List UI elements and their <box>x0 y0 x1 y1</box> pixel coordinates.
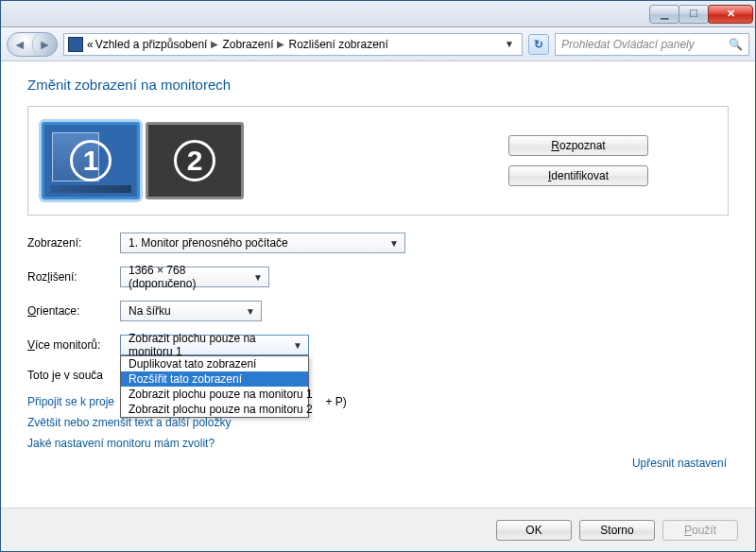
vice-monitoru-dropdown[interactable]: Duplikovat tato zobrazeníRozšířit tato z… <box>120 355 309 418</box>
info-line-prefix: Toto je v souča <box>27 369 103 382</box>
select-zobrazeni-value: 1. Monitor přenosného počítače <box>129 236 288 250</box>
monitor-2[interactable]: 2 <box>146 122 244 199</box>
label-orientace: Orientace: <box>27 304 120 318</box>
window-controls: ▁ ☐ ✕ <box>650 5 753 24</box>
label-rozliseni: Rozlišení: <box>27 270 120 284</box>
footer: OK Storno Použít <box>1 508 755 551</box>
select-orientace-value: Na šířku <box>129 304 171 318</box>
minimize-button[interactable]: ▁ <box>649 5 679 24</box>
row-orientace: Orientace: Na šířku ▼ <box>27 301 729 321</box>
chevron-right-icon: ▶ <box>211 39 218 49</box>
chevron-down-icon: ▼ <box>253 272 263 283</box>
back-button[interactable]: ◄ <box>8 32 32 57</box>
select-vice-monitoru-value: Zobrazit plochu pouze na monitoru 1 <box>129 332 293 358</box>
breadcrumb-level-0[interactable]: Vzhled a přizpůsobení <box>95 38 208 51</box>
chevron-down-icon: ▼ <box>246 306 255 317</box>
page-title: Změnit zobrazení na monitorech <box>27 77 729 93</box>
breadcrumb: « Vzhled a přizpůsobení ▶ Zobrazení ▶ Ro… <box>87 38 497 51</box>
select-zobrazeni[interactable]: 1. Monitor přenosného počítače ▼ <box>120 233 405 253</box>
monitor-action-buttons: Rozpoznat Identifikovat <box>508 135 648 186</box>
search-input[interactable]: Prohledat Ovládací panely 🔍 <box>555 33 749 56</box>
window: ▁ ☐ ✕ ◄ ► « Vzhled a přizpůsobení ▶ Zobr… <box>0 0 756 552</box>
breadcrumb-box[interactable]: « Vzhled a přizpůsobení ▶ Zobrazení ▶ Ro… <box>63 33 523 56</box>
titlebar: ▁ ☐ ✕ <box>1 1 755 27</box>
label-zobrazeni: Zobrazení: <box>27 236 120 250</box>
link-pripojit[interactable]: Připojit se k proje <box>27 395 114 408</box>
select-vice-monitoru[interactable]: Zobrazit plochu pouze na monitoru 1 ▼ <box>120 335 309 355</box>
nav-buttons: ◄ ► <box>7 32 58 57</box>
chevron-down-icon: ▼ <box>293 340 302 351</box>
link-jake[interactable]: Jaké nastavení monitoru mám zvolit? <box>27 437 215 450</box>
info-line-tail: + P) <box>322 395 347 408</box>
monitor-1-number: 1 <box>70 140 112 181</box>
monitor-1[interactable]: 1 <box>42 122 140 199</box>
search-icon: 🔍 <box>729 38 743 51</box>
select-orientace[interactable]: Na šířku ▼ <box>120 301 262 321</box>
ok-button[interactable]: OK <box>496 520 572 541</box>
breadcrumb-level-2[interactable]: Rozlišení zobrazení <box>288 38 387 51</box>
breadcrumb-dropdown-icon[interactable]: ▼ <box>501 39 518 49</box>
breadcrumb-level-1[interactable]: Zobrazení <box>222 38 273 51</box>
select-rozliseni-value: 1366 × 768 (doporučeno) <box>129 264 253 290</box>
close-button[interactable]: ✕ <box>708 5 753 24</box>
control-panel-icon <box>68 37 83 52</box>
forward-button[interactable]: ► <box>32 32 57 57</box>
monitor-2-number: 2 <box>174 140 215 181</box>
dropdown-item[interactable]: Zobrazit plochu pouze na monitoru 1 <box>121 387 308 402</box>
dropdown-item[interactable]: Rozšířit tato zobrazení <box>121 371 308 387</box>
settings-form: Zobrazení: 1. Monitor přenosného počítač… <box>27 233 729 454</box>
address-bar: ◄ ► « Vzhled a přizpůsobení ▶ Zobrazení … <box>1 27 755 61</box>
storno-button[interactable]: Storno <box>579 520 655 541</box>
dropdown-item[interactable]: Zobrazit plochu pouze na monitoru 2 <box>121 402 308 417</box>
breadcrumb-prefix: « <box>87 38 94 51</box>
content-area: Změnit zobrazení na monitorech 1 2 Rozpo… <box>1 61 755 508</box>
pouzit-button[interactable]: Použít <box>662 520 738 541</box>
identifikovat-button[interactable]: Identifikovat <box>508 165 648 186</box>
refresh-button[interactable]: ↻ <box>528 34 549 55</box>
advanced-link-wrap: Upřesnit nastavení <box>632 457 727 470</box>
link-zvetsit[interactable]: Zvětšit nebo zmenšit text a další položk… <box>27 416 231 429</box>
search-placeholder: Prohledat Ovládací panely <box>561 38 695 51</box>
monitor-preview-box: 1 2 Rozpoznat Identifikovat <box>27 106 729 216</box>
chevron-down-icon: ▼ <box>389 238 399 249</box>
rozpoznat-button[interactable]: Rozpoznat <box>508 135 648 156</box>
link-upresnit[interactable]: Upřesnit nastavení <box>632 457 727 470</box>
chevron-right-icon: ▶ <box>277 39 284 49</box>
row-zobrazeni: Zobrazení: 1. Monitor přenosného počítač… <box>27 233 729 253</box>
monitor-list: 1 2 <box>42 122 244 199</box>
dropdown-item[interactable]: Duplikovat tato zobrazení <box>121 356 308 371</box>
select-rozliseni[interactable]: 1366 × 768 (doporučeno) ▼ <box>120 267 269 287</box>
label-vice-monitoru: Více monitorů: <box>27 338 120 352</box>
maximize-button[interactable]: ☐ <box>679 5 709 24</box>
row-vice-monitoru: Více monitorů: Zobrazit plochu pouze na … <box>27 335 729 355</box>
row-rozliseni: Rozlišení: 1366 × 768 (doporučeno) ▼ <box>27 267 729 287</box>
